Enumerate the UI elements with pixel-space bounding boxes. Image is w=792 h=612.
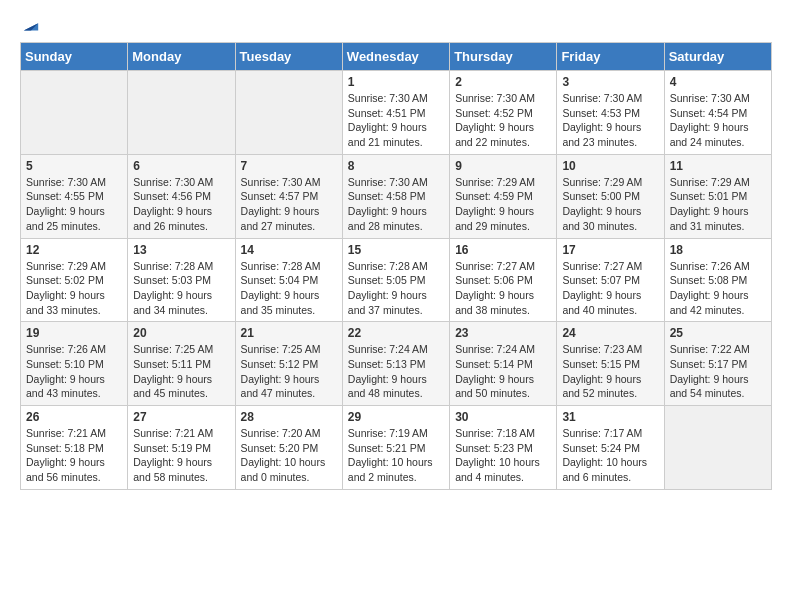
day-number: 2	[455, 75, 551, 89]
cell-content: Sunrise: 7:28 AMSunset: 5:05 PMDaylight:…	[348, 259, 444, 318]
day-number: 14	[241, 243, 337, 257]
calendar-cell: 9Sunrise: 7:29 AMSunset: 4:59 PMDaylight…	[450, 154, 557, 238]
calendar-cell: 7Sunrise: 7:30 AMSunset: 4:57 PMDaylight…	[235, 154, 342, 238]
calendar-cell	[21, 71, 128, 155]
calendar-week-3: 12Sunrise: 7:29 AMSunset: 5:02 PMDayligh…	[21, 238, 772, 322]
day-number: 24	[562, 326, 658, 340]
day-number: 26	[26, 410, 122, 424]
day-number: 5	[26, 159, 122, 173]
calendar-cell: 23Sunrise: 7:24 AMSunset: 5:14 PMDayligh…	[450, 322, 557, 406]
day-number: 20	[133, 326, 229, 340]
day-number: 13	[133, 243, 229, 257]
day-number: 12	[26, 243, 122, 257]
cell-content: Sunrise: 7:27 AMSunset: 5:07 PMDaylight:…	[562, 259, 658, 318]
calendar-cell: 12Sunrise: 7:29 AMSunset: 5:02 PMDayligh…	[21, 238, 128, 322]
calendar-cell: 4Sunrise: 7:30 AMSunset: 4:54 PMDaylight…	[664, 71, 771, 155]
calendar-cell: 15Sunrise: 7:28 AMSunset: 5:05 PMDayligh…	[342, 238, 449, 322]
calendar-cell: 1Sunrise: 7:30 AMSunset: 4:51 PMDaylight…	[342, 71, 449, 155]
cell-content: Sunrise: 7:30 AMSunset: 4:56 PMDaylight:…	[133, 175, 229, 234]
cell-content: Sunrise: 7:27 AMSunset: 5:06 PMDaylight:…	[455, 259, 551, 318]
header	[20, 16, 772, 32]
cell-content: Sunrise: 7:30 AMSunset: 4:54 PMDaylight:…	[670, 91, 766, 150]
calendar-cell	[235, 71, 342, 155]
day-number: 21	[241, 326, 337, 340]
calendar-cell: 18Sunrise: 7:26 AMSunset: 5:08 PMDayligh…	[664, 238, 771, 322]
calendar-cell: 22Sunrise: 7:24 AMSunset: 5:13 PMDayligh…	[342, 322, 449, 406]
calendar-week-5: 26Sunrise: 7:21 AMSunset: 5:18 PMDayligh…	[21, 406, 772, 490]
calendar-cell	[128, 71, 235, 155]
calendar-cell: 8Sunrise: 7:30 AMSunset: 4:58 PMDaylight…	[342, 154, 449, 238]
day-number: 30	[455, 410, 551, 424]
day-number: 4	[670, 75, 766, 89]
calendar-week-1: 1Sunrise: 7:30 AMSunset: 4:51 PMDaylight…	[21, 71, 772, 155]
day-number: 19	[26, 326, 122, 340]
day-number: 7	[241, 159, 337, 173]
cell-content: Sunrise: 7:22 AMSunset: 5:17 PMDaylight:…	[670, 342, 766, 401]
calendar-cell: 21Sunrise: 7:25 AMSunset: 5:12 PMDayligh…	[235, 322, 342, 406]
cell-content: Sunrise: 7:29 AMSunset: 5:02 PMDaylight:…	[26, 259, 122, 318]
calendar-cell: 6Sunrise: 7:30 AMSunset: 4:56 PMDaylight…	[128, 154, 235, 238]
day-number: 23	[455, 326, 551, 340]
day-number: 31	[562, 410, 658, 424]
cell-content: Sunrise: 7:25 AMSunset: 5:11 PMDaylight:…	[133, 342, 229, 401]
calendar-cell: 14Sunrise: 7:28 AMSunset: 5:04 PMDayligh…	[235, 238, 342, 322]
day-number: 17	[562, 243, 658, 257]
day-header-sunday: Sunday	[21, 43, 128, 71]
cell-content: Sunrise: 7:21 AMSunset: 5:19 PMDaylight:…	[133, 426, 229, 485]
day-header-monday: Monday	[128, 43, 235, 71]
cell-content: Sunrise: 7:23 AMSunset: 5:15 PMDaylight:…	[562, 342, 658, 401]
calendar-cell: 31Sunrise: 7:17 AMSunset: 5:24 PMDayligh…	[557, 406, 664, 490]
logo-text	[20, 16, 40, 34]
cell-content: Sunrise: 7:30 AMSunset: 4:51 PMDaylight:…	[348, 91, 444, 150]
calendar-cell: 20Sunrise: 7:25 AMSunset: 5:11 PMDayligh…	[128, 322, 235, 406]
cell-content: Sunrise: 7:29 AMSunset: 5:00 PMDaylight:…	[562, 175, 658, 234]
calendar: SundayMondayTuesdayWednesdayThursdayFrid…	[20, 42, 772, 490]
calendar-cell: 3Sunrise: 7:30 AMSunset: 4:53 PMDaylight…	[557, 71, 664, 155]
calendar-cell	[664, 406, 771, 490]
cell-content: Sunrise: 7:28 AMSunset: 5:04 PMDaylight:…	[241, 259, 337, 318]
cell-content: Sunrise: 7:30 AMSunset: 4:53 PMDaylight:…	[562, 91, 658, 150]
calendar-week-2: 5Sunrise: 7:30 AMSunset: 4:55 PMDaylight…	[21, 154, 772, 238]
calendar-cell: 13Sunrise: 7:28 AMSunset: 5:03 PMDayligh…	[128, 238, 235, 322]
calendar-cell: 30Sunrise: 7:18 AMSunset: 5:23 PMDayligh…	[450, 406, 557, 490]
calendar-cell: 11Sunrise: 7:29 AMSunset: 5:01 PMDayligh…	[664, 154, 771, 238]
day-number: 10	[562, 159, 658, 173]
cell-content: Sunrise: 7:30 AMSunset: 4:57 PMDaylight:…	[241, 175, 337, 234]
cell-content: Sunrise: 7:26 AMSunset: 5:08 PMDaylight:…	[670, 259, 766, 318]
day-number: 9	[455, 159, 551, 173]
cell-content: Sunrise: 7:30 AMSunset: 4:52 PMDaylight:…	[455, 91, 551, 150]
day-header-wednesday: Wednesday	[342, 43, 449, 71]
day-header-thursday: Thursday	[450, 43, 557, 71]
day-number: 3	[562, 75, 658, 89]
calendar-cell: 10Sunrise: 7:29 AMSunset: 5:00 PMDayligh…	[557, 154, 664, 238]
logo-icon	[22, 16, 40, 34]
cell-content: Sunrise: 7:17 AMSunset: 5:24 PMDaylight:…	[562, 426, 658, 485]
calendar-cell: 5Sunrise: 7:30 AMSunset: 4:55 PMDaylight…	[21, 154, 128, 238]
cell-content: Sunrise: 7:18 AMSunset: 5:23 PMDaylight:…	[455, 426, 551, 485]
day-number: 16	[455, 243, 551, 257]
day-number: 8	[348, 159, 444, 173]
calendar-cell: 29Sunrise: 7:19 AMSunset: 5:21 PMDayligh…	[342, 406, 449, 490]
day-number: 29	[348, 410, 444, 424]
logo	[20, 16, 40, 32]
day-header-friday: Friday	[557, 43, 664, 71]
day-number: 15	[348, 243, 444, 257]
cell-content: Sunrise: 7:26 AMSunset: 5:10 PMDaylight:…	[26, 342, 122, 401]
calendar-cell: 24Sunrise: 7:23 AMSunset: 5:15 PMDayligh…	[557, 322, 664, 406]
calendar-header-row: SundayMondayTuesdayWednesdayThursdayFrid…	[21, 43, 772, 71]
day-number: 6	[133, 159, 229, 173]
day-number: 27	[133, 410, 229, 424]
page: SundayMondayTuesdayWednesdayThursdayFrid…	[0, 0, 792, 506]
cell-content: Sunrise: 7:19 AMSunset: 5:21 PMDaylight:…	[348, 426, 444, 485]
cell-content: Sunrise: 7:30 AMSunset: 4:55 PMDaylight:…	[26, 175, 122, 234]
day-number: 11	[670, 159, 766, 173]
cell-content: Sunrise: 7:20 AMSunset: 5:20 PMDaylight:…	[241, 426, 337, 485]
cell-content: Sunrise: 7:24 AMSunset: 5:13 PMDaylight:…	[348, 342, 444, 401]
cell-content: Sunrise: 7:28 AMSunset: 5:03 PMDaylight:…	[133, 259, 229, 318]
calendar-cell: 27Sunrise: 7:21 AMSunset: 5:19 PMDayligh…	[128, 406, 235, 490]
cell-content: Sunrise: 7:24 AMSunset: 5:14 PMDaylight:…	[455, 342, 551, 401]
calendar-cell: 17Sunrise: 7:27 AMSunset: 5:07 PMDayligh…	[557, 238, 664, 322]
calendar-cell: 2Sunrise: 7:30 AMSunset: 4:52 PMDaylight…	[450, 71, 557, 155]
cell-content: Sunrise: 7:25 AMSunset: 5:12 PMDaylight:…	[241, 342, 337, 401]
calendar-week-4: 19Sunrise: 7:26 AMSunset: 5:10 PMDayligh…	[21, 322, 772, 406]
